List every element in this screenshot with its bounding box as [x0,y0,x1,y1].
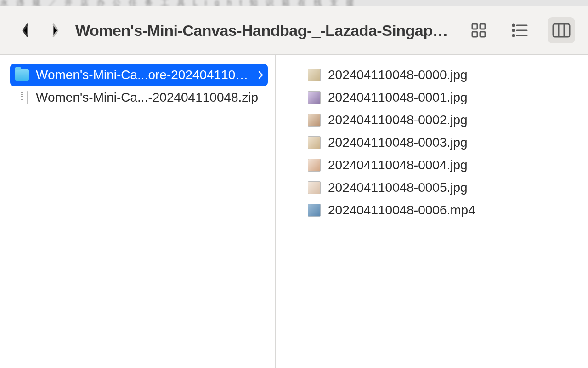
file-name-label: 202404110048-0001.jpg [328,90,468,105]
svg-point-6 [513,29,514,31]
system-menubar-fragment: 永 违 规 ／ 开 店 办 公 任 务 工 具 L i g h t 知 识 箱 … [0,0,588,6]
folder-item[interactable]: Women's-Mini-Ca...ore-202404110048 [10,64,268,86]
file-name-label: 202404110048-0004.jpg [328,158,468,172]
file-name-label: Women's-Mini-Ca...ore-202404110048 [36,68,254,82]
image-thumbnail-icon [307,90,322,105]
image-thumbnail-icon [307,135,322,150]
image-item[interactable]: 202404110048-0004.jpg [302,154,580,176]
image-thumbnail-icon [307,180,322,195]
column-1[interactable]: Women's-Mini-Ca...ore-202404110048 Women… [0,55,276,368]
zip-icon [15,90,29,105]
folder-icon [15,68,29,82]
svg-rect-2 [472,32,477,37]
view-icons-button[interactable] [465,17,492,43]
column-2[interactable]: 202404110048-0000.jpg 202404110048-0001.… [276,55,588,368]
window-title: Women's-Mini-Canvas-Handbag-_-Lazada-Sin… [75,22,456,40]
view-mode-controls [465,17,575,43]
image-item[interactable]: 202404110048-0000.jpg [302,64,580,86]
image-item[interactable]: 202404110048-0003.jpg [302,132,580,154]
image-item[interactable]: 202404110048-0005.jpg [302,177,580,199]
finder-toolbar: Women's-Mini-Canvas-Handbag-_-Lazada-Sin… [0,6,588,55]
svg-point-8 [513,34,514,36]
column-view: Women's-Mini-Ca...ore-202404110048 Women… [0,55,588,368]
view-list-button[interactable] [506,17,534,43]
file-name-label: 202404110048-0006.mp4 [328,203,475,218]
file-name-label: 202404110048-0003.jpg [328,135,468,150]
image-item[interactable]: 202404110048-0001.jpg [302,86,580,109]
svg-rect-0 [472,24,477,29]
image-thumbnail-icon [307,158,322,172]
view-columns-button[interactable] [548,17,575,43]
forward-button[interactable] [49,21,62,40]
file-name-label: 202404110048-0002.jpg [328,113,468,127]
video-item[interactable]: 202404110048-0006.mp4 [302,199,580,221]
svg-rect-10 [553,24,570,37]
svg-rect-3 [480,32,485,37]
file-name-label: 202404110048-0005.jpg [328,180,468,195]
nav-arrows [18,21,62,40]
image-thumbnail-icon [307,113,322,127]
zip-item[interactable]: Women's-Mini-Ca...-202404110048.zip [10,86,268,109]
image-item[interactable]: 202404110048-0002.jpg [302,109,580,131]
back-button[interactable] [18,21,32,40]
chevron-right-icon [258,68,263,82]
video-thumbnail-icon [307,203,322,218]
file-name-label: Women's-Mini-Ca...-202404110048.zip [36,90,258,105]
svg-rect-1 [480,24,485,29]
file-name-label: 202404110048-0000.jpg [328,68,468,82]
image-thumbnail-icon [307,68,322,82]
svg-point-4 [513,24,514,26]
